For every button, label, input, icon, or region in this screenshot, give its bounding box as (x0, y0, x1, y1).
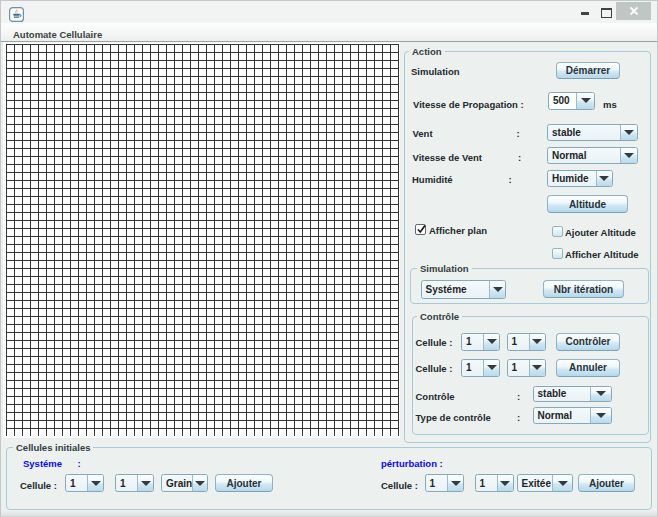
vitesse-propagation-combobox[interactable]: 500 (548, 92, 595, 110)
menu-bar: Automate Cellulaire (1, 23, 657, 42)
controle-row1-y-combobox[interactable]: 1 (507, 333, 546, 351)
controle-row2-y-combobox[interactable]: 1 (507, 359, 546, 377)
vitesse-vent-colon: : (518, 151, 521, 164)
chevron-down-icon[interactable] (192, 475, 207, 491)
chevron-down-icon[interactable] (483, 334, 499, 350)
chevron-down-icon[interactable] (137, 475, 153, 491)
systeme-heading: Systéme (23, 457, 62, 470)
ajouter-altitude-label: Ajouter Altitude (565, 226, 636, 239)
chevron-down-icon[interactable] (552, 475, 572, 491)
action-group-title: Action (409, 45, 445, 58)
cellules-initiales-title: Cellules initiales (13, 441, 93, 454)
vent-label: Vent (413, 127, 433, 140)
chevron-down-icon[interactable] (483, 360, 499, 376)
vitesse-vent-combobox[interactable]: Normal (547, 147, 638, 164)
systeme-heading-colon: : (78, 457, 81, 470)
java-app-icon (9, 7, 24, 22)
controle-row2-x-combobox[interactable]: 1 (461, 359, 500, 377)
chevron-down-icon[interactable] (87, 475, 103, 491)
controle-group-title: Contrôle (417, 310, 462, 323)
controle-label: Contrôle (416, 390, 455, 403)
chevron-down-icon[interactable] (596, 171, 612, 186)
cellule-initiale-label: Cellule : (20, 479, 57, 492)
afficher-plan-label: Afficher plan (429, 224, 487, 237)
vitesse-propagation-colon: : (521, 98, 524, 111)
humidite-label: Humidité (412, 173, 453, 186)
nbr-iteration-button[interactable]: Nbr itération (543, 280, 624, 298)
simulation-group-title: Simulation (417, 262, 472, 275)
ajouter-perturbation-button[interactable]: Ajouter (578, 474, 635, 492)
type-controle-colon: : (517, 411, 520, 424)
systeme-x-combobox[interactable]: 1 (65, 474, 104, 492)
vent-combobox[interactable]: stable (547, 124, 638, 141)
perturbation-x-combobox[interactable]: 1 (425, 474, 465, 492)
afficher-plan-checkbox[interactable] (415, 224, 426, 235)
cellule-label-2: Cellule : (416, 362, 453, 375)
chevron-down-icon[interactable] (576, 93, 594, 109)
close-icon (629, 6, 638, 15)
type-controle-label: Type de contrôle (416, 411, 491, 424)
minimize-button[interactable] (581, 12, 589, 15)
checkmark-icon (416, 224, 427, 235)
humidite-colon: : (509, 173, 512, 186)
annuler-button[interactable]: Annuler (556, 359, 620, 377)
perturbation-heading: pérturbation : (381, 457, 443, 470)
controler-button[interactable]: Contrôler (556, 333, 620, 351)
cellule-perturbation-label: Cellule : (381, 479, 418, 492)
exitee-combobox[interactable]: Exitée (517, 474, 574, 492)
controle-row1-x-combobox[interactable]: 1 (461, 333, 500, 351)
perturbation-y-combobox[interactable]: 1 (475, 474, 514, 492)
chevron-down-icon[interactable] (620, 148, 637, 163)
vitesse-propagation-label: Vitesse de Propagation (413, 98, 518, 111)
demarrer-button[interactable]: Démarrer (556, 62, 620, 79)
cellular-automaton-grid[interactable] (6, 44, 399, 436)
application-window: Automate Cellulaire Action Simulation Dé… (0, 0, 658, 517)
chevron-down-icon[interactable] (447, 475, 463, 491)
ajouter-systeme-button[interactable]: Ajouter (215, 474, 273, 492)
altitude-button[interactable]: Altitude (547, 195, 628, 213)
grain-combobox[interactable]: Grain (161, 474, 208, 492)
systeme-combobox[interactable]: Systéme (421, 280, 507, 299)
chevron-down-icon[interactable] (489, 281, 505, 298)
afficher-altitude-checkbox[interactable] (552, 248, 563, 259)
controle-colon: : (517, 390, 520, 403)
vitesse-vent-label: Vitesse de Vent (413, 151, 483, 164)
chevron-down-icon[interactable] (529, 360, 545, 376)
cellule-label-1: Cellule : (416, 336, 453, 349)
vent-colon: : (517, 127, 520, 140)
menu-automate-cellulaire[interactable]: Automate Cellulaire (13, 28, 102, 41)
grid-panel (3, 42, 400, 438)
type-controle-combobox[interactable]: Normal (533, 407, 612, 424)
afficher-altitude-label: Afficher Altitude (565, 248, 639, 261)
chevron-down-icon[interactable] (529, 334, 545, 350)
humidite-combobox[interactable]: Humide (547, 170, 613, 187)
chevron-down-icon[interactable] (620, 125, 637, 140)
simulation-label: Simulation (411, 65, 460, 78)
ajouter-altitude-checkbox[interactable] (552, 226, 563, 237)
chevron-down-icon[interactable] (497, 475, 513, 491)
chevron-down-icon[interactable] (590, 408, 611, 423)
title-bar[interactable] (1, 1, 657, 23)
controle-combobox[interactable]: stable (533, 386, 612, 403)
close-button[interactable] (616, 2, 651, 20)
ms-label: ms (603, 98, 617, 111)
chevron-down-icon[interactable] (590, 387, 611, 402)
maximize-button[interactable] (601, 8, 612, 18)
systeme-y-combobox[interactable]: 1 (115, 474, 154, 492)
